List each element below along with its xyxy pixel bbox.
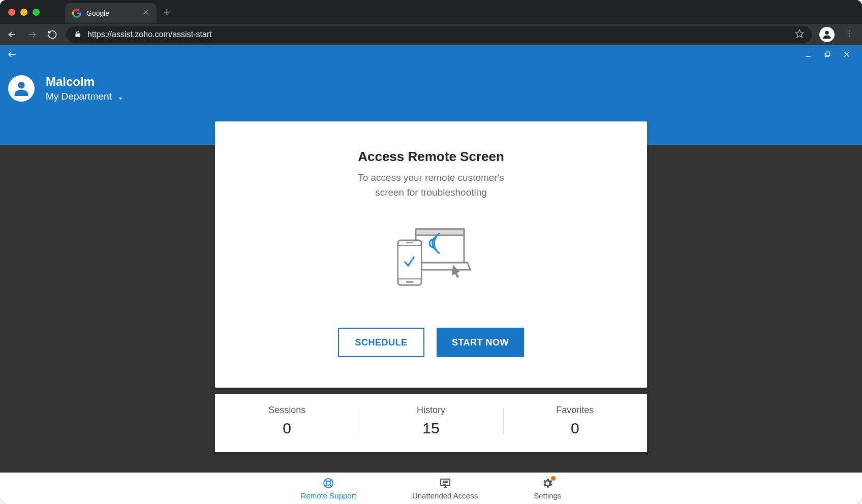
svg-point-6 xyxy=(849,30,850,32)
stats-card: Sessions 0 History 15 Favorites 0 xyxy=(215,394,647,452)
window-maximize-button[interactable] xyxy=(33,9,40,16)
browser-toolbar: https://assist.zoho.com/assist-start xyxy=(0,24,862,45)
browser-tab[interactable]: Google xyxy=(65,3,157,23)
stat-sessions[interactable]: Sessions 0 xyxy=(215,405,359,437)
browser-chrome: Google + https://assist.zoho.com/a xyxy=(0,0,862,45)
tab-title: Google xyxy=(86,9,137,17)
svg-line-26 xyxy=(325,480,327,482)
window-close-button[interactable] xyxy=(8,9,15,16)
browser-menu-button[interactable] xyxy=(842,29,857,40)
card-title: Access Remote Screen xyxy=(235,149,627,165)
user-avatar-icon xyxy=(8,75,35,102)
nav-remote-support-label: Remote Support xyxy=(301,491,356,500)
nav-unattended-access-label: Unattended Access xyxy=(412,491,478,500)
bookmark-star-icon[interactable] xyxy=(795,29,804,40)
user-block: Malcolm My Department xyxy=(5,62,857,102)
app-minimize-button[interactable] xyxy=(804,50,812,60)
app-maximize-button[interactable] xyxy=(823,50,832,60)
start-now-button[interactable]: START NOW xyxy=(437,328,524,357)
nav-unattended-access[interactable]: Unattended Access xyxy=(412,477,478,500)
svg-point-8 xyxy=(849,36,850,37)
stat-sessions-value: 0 xyxy=(215,420,359,437)
svg-marker-4 xyxy=(796,30,804,38)
app-body: Access Remote Screen To access your remo… xyxy=(0,145,862,472)
stat-favorites[interactable]: Favorites 0 xyxy=(503,405,647,437)
google-favicon-icon xyxy=(72,9,81,18)
remote-access-illustration-icon xyxy=(388,225,474,291)
stat-favorites-label: Favorites xyxy=(503,405,647,416)
back-button[interactable] xyxy=(5,28,18,41)
window-minimize-button[interactable] xyxy=(20,9,27,16)
caret-down-icon xyxy=(117,93,123,100)
svg-line-29 xyxy=(330,485,332,487)
svg-rect-17 xyxy=(416,229,464,235)
monitor-list-icon xyxy=(439,477,451,489)
profile-avatar-button[interactable] xyxy=(819,27,835,42)
notification-dot-icon xyxy=(551,476,556,481)
stat-favorites-value: 0 xyxy=(503,420,647,437)
app-back-button[interactable] xyxy=(7,49,17,61)
card-subtitle: To access your remote customer's screen … xyxy=(235,171,627,200)
svg-line-27 xyxy=(330,480,332,482)
nav-settings[interactable]: Settings xyxy=(534,477,561,500)
app-viewport: Malcolm My Department Access Remote Scre… xyxy=(0,45,862,504)
reload-button[interactable] xyxy=(46,28,59,41)
lifebuoy-icon xyxy=(322,477,334,489)
schedule-button[interactable]: SCHEDULE xyxy=(338,328,424,357)
lock-icon xyxy=(74,30,82,39)
app-window-controls xyxy=(804,50,855,60)
svg-rect-11 xyxy=(826,52,829,55)
new-tab-button[interactable]: + xyxy=(164,6,170,19)
stat-history[interactable]: History 15 xyxy=(359,405,503,437)
url-text: https://assist.zoho.com/assist-start xyxy=(87,30,790,39)
access-remote-card: Access Remote Screen To access your remo… xyxy=(215,121,647,388)
stat-history-label: History xyxy=(359,405,503,416)
svg-marker-15 xyxy=(118,98,122,100)
svg-point-5 xyxy=(825,31,828,35)
gear-icon xyxy=(541,477,553,489)
department-dropdown[interactable]: My Department xyxy=(46,91,123,102)
stat-history-value: 15 xyxy=(359,420,503,437)
svg-point-7 xyxy=(849,33,850,35)
svg-point-14 xyxy=(18,82,24,88)
app-close-button[interactable] xyxy=(843,50,851,60)
address-bar[interactable]: https://assist.zoho.com/assist-start xyxy=(66,26,812,43)
svg-line-28 xyxy=(325,485,327,487)
user-name: Malcolm xyxy=(46,75,123,89)
svg-point-25 xyxy=(326,481,330,485)
department-label: My Department xyxy=(46,91,112,102)
nav-settings-label: Settings xyxy=(534,491,561,500)
stat-sessions-label: Sessions xyxy=(215,405,359,416)
forward-button[interactable] xyxy=(25,28,39,41)
tab-strip: Google + xyxy=(0,0,862,24)
nav-remote-support[interactable]: Remote Support xyxy=(301,477,356,500)
bottom-nav: Remote Support Unattended Access Setting… xyxy=(0,472,862,504)
window-traffic-lights xyxy=(8,9,40,16)
tab-close-button[interactable] xyxy=(142,9,149,18)
